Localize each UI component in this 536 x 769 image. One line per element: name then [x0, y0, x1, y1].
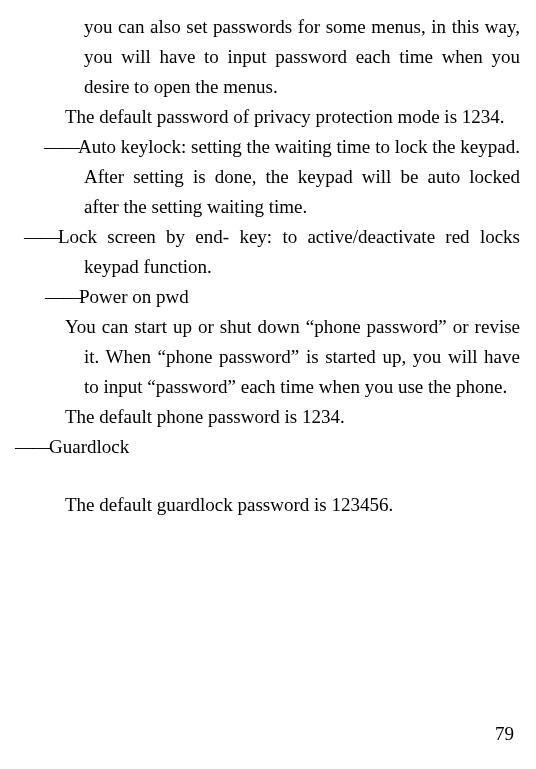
item-lock-screen: ——Lock screen by end- key: to active/dea…	[14, 222, 520, 282]
guardlock-title: Guardlock	[49, 436, 129, 457]
auto-keylock-text: Auto keylock: setting the waiting time t…	[78, 136, 520, 217]
power-on-pwd-title: Power on pwd	[79, 286, 189, 307]
item-guardlock: ——Guardlock	[14, 432, 520, 462]
page-content: you can also set passwords for some menu…	[14, 12, 520, 520]
double-dash-icon: ——	[44, 136, 78, 157]
intro-continuation: you can also set passwords for some menu…	[14, 12, 520, 102]
double-dash-icon: ——	[45, 286, 79, 307]
double-dash-icon: ——	[24, 226, 58, 247]
item-auto-keylock: ——Auto keylock: setting the waiting time…	[14, 132, 520, 222]
item-power-on-pwd: ——Power on pwd	[14, 282, 520, 312]
page-number: 79	[495, 719, 514, 749]
guardlock-default-note: The default guardlock password is 123456…	[14, 490, 520, 520]
privacy-default-note: The default password of privacy protecti…	[14, 102, 520, 132]
lock-screen-text: Lock screen by end- key: to active/deact…	[58, 226, 520, 277]
power-on-pwd-body: You can start up or shut down “phone pas…	[14, 312, 520, 402]
phone-default-note: The default phone password is 1234.	[14, 402, 520, 432]
double-dash-icon: ——	[15, 436, 49, 457]
